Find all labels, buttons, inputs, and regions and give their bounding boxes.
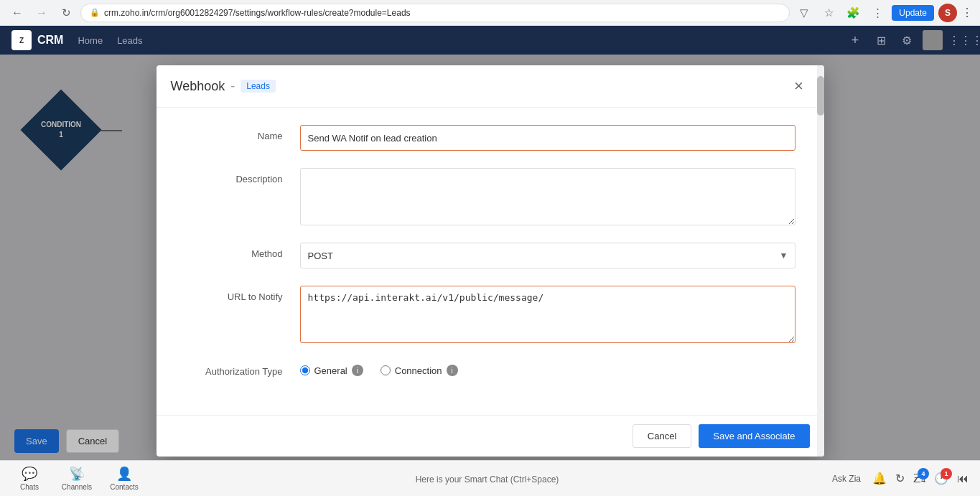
modal-overlay: Webhook - Leads × Name bbox=[0, 55, 980, 460]
chats-icon: 💬 bbox=[22, 466, 37, 482]
description-label: Description bbox=[185, 168, 300, 184]
layout-icon[interactable]: ⊞ bbox=[871, 30, 891, 50]
channels-label: Channels bbox=[62, 483, 92, 491]
auth-general-radio[interactable] bbox=[300, 365, 310, 375]
method-label: Method bbox=[185, 243, 300, 259]
nav-leads[interactable]: Leads bbox=[117, 35, 142, 46]
ask-zia-button[interactable]: Ask Zia bbox=[832, 474, 861, 484]
bottom-bar: 💬 Chats 📡 Channels 👤 Contacts Here is yo… bbox=[0, 460, 980, 496]
refresh-button[interactable]: ↻ bbox=[56, 3, 76, 23]
name-row: Name bbox=[185, 125, 795, 154]
name-input[interactable] bbox=[300, 125, 795, 151]
crm-logo: Z CRM bbox=[11, 30, 63, 50]
browser-chrome: ← → ↻ 🔒 crm.zoho.in/crm/org60012824297/s… bbox=[0, 0, 980, 26]
bookmark-button[interactable]: ☆ bbox=[818, 3, 839, 23]
avatar[interactable]: S bbox=[938, 4, 957, 22]
name-label: Name bbox=[185, 125, 300, 141]
modal-close-button[interactable]: × bbox=[788, 75, 810, 97]
description-input[interactable] bbox=[300, 168, 795, 225]
auth-row: Authorization Type General i Connection … bbox=[185, 360, 795, 389]
crm-brand-text: CRM bbox=[37, 34, 63, 47]
chrome-menu-button[interactable]: ⋮ bbox=[961, 6, 973, 19]
url-row: URL to Notify https://api.interakt.ai/v1… bbox=[185, 286, 795, 346]
smart-chat-text: Here is your Smart Chat (Ctrl+Space) bbox=[416, 474, 559, 485]
method-row: Method GET POST PUT PATCH DELETE ▼ bbox=[185, 243, 795, 271]
badge-1: 1 bbox=[941, 468, 952, 479]
address-bar[interactable]: 🔒 crm.zoho.in/crm/org60012824297/setting… bbox=[80, 4, 790, 22]
notification-icon[interactable]: 🔔 bbox=[872, 472, 887, 485]
webhook-modal: Webhook - Leads × Name bbox=[157, 65, 824, 457]
forward-button[interactable]: → bbox=[32, 3, 52, 23]
name-control bbox=[300, 125, 795, 151]
bottom-tab-chats[interactable]: 💬 Chats bbox=[11, 466, 47, 491]
bottom-tab-channels[interactable]: 📡 Channels bbox=[59, 466, 95, 491]
main-canvas: CONDITION 1 Webhook - Leads × bbox=[0, 55, 980, 460]
ask-zia-label: Ask Zia bbox=[832, 474, 861, 484]
settings-icon[interactable]: ⚙ bbox=[897, 30, 917, 50]
chats-label: Chats bbox=[20, 483, 39, 491]
connection-info-icon[interactable]: i bbox=[447, 365, 458, 376]
address-text: crm.zoho.in/crm/org60012824297/settings/… bbox=[104, 8, 411, 18]
general-info-icon[interactable]: i bbox=[352, 365, 363, 376]
cancel-button[interactable]: Cancel bbox=[633, 424, 691, 448]
bottom-tab-contacts[interactable]: 👤 Contacts bbox=[106, 466, 142, 491]
modal-footer: Cancel Save and Associate bbox=[157, 415, 824, 457]
badge-4: 4 bbox=[918, 468, 929, 479]
history-icon[interactable]: ⏮ bbox=[957, 472, 969, 485]
nav-home[interactable]: Home bbox=[78, 35, 103, 46]
extensions-button[interactable]: ▽ bbox=[794, 3, 814, 23]
save-associate-button[interactable]: Save and Associate bbox=[699, 424, 809, 448]
modal-header: Webhook - Leads × bbox=[157, 65, 824, 108]
url-control: https://api.interakt.ai/v1/public/messag… bbox=[300, 286, 795, 346]
url-label: URL to Notify bbox=[185, 286, 300, 302]
user-avatar-rect bbox=[923, 30, 943, 50]
auth-label: Authorization Type bbox=[185, 360, 300, 377]
apps-grid-icon[interactable]: ⋮⋮⋮ bbox=[948, 30, 969, 50]
modal-scrollbar[interactable] bbox=[817, 108, 824, 415]
method-select[interactable]: GET POST PUT PATCH DELETE bbox=[300, 243, 795, 268]
zoho-icon: Z bbox=[11, 30, 32, 50]
auth-connection-radio[interactable] bbox=[381, 365, 391, 375]
menu-button[interactable]: ⋮ bbox=[867, 3, 887, 23]
auth-general-option[interactable]: General i bbox=[300, 365, 363, 376]
add-icon[interactable]: + bbox=[845, 30, 865, 50]
crm-topnav: Z CRM Home Leads + ⊞ ⚙ ⋮⋮⋮ bbox=[0, 26, 980, 55]
back-button[interactable]: ← bbox=[7, 3, 27, 23]
auth-control: General i Connection i bbox=[300, 360, 795, 376]
bottom-right-icons: 🔔 ↻ Ƶ₄ 4 🕐 1 ⏮ bbox=[872, 472, 969, 485]
smart-chat-area[interactable]: Here is your Smart Chat (Ctrl+Space) bbox=[154, 472, 821, 485]
modal-title: Webhook bbox=[171, 79, 225, 94]
crm-app: Z CRM Home Leads + ⊞ ⚙ ⋮⋮⋮ CONDITION 1 bbox=[0, 26, 980, 496]
auth-general-label: General bbox=[314, 365, 347, 376]
badge-icon-2[interactable]: 🕐 1 bbox=[934, 472, 948, 485]
modal-badge: Leads bbox=[241, 80, 276, 93]
update-button[interactable]: Update bbox=[892, 5, 934, 21]
channels-icon: 📡 bbox=[69, 466, 85, 482]
contacts-icon: 👤 bbox=[116, 466, 132, 482]
auth-connection-label: Connection bbox=[395, 365, 442, 376]
extension-icon[interactable]: 🧩 bbox=[843, 3, 863, 23]
modal-body: Name Description Method bbox=[157, 108, 824, 415]
modal-dash: - bbox=[230, 79, 235, 94]
method-control: GET POST PUT PATCH DELETE ▼ bbox=[300, 243, 795, 268]
description-control bbox=[300, 168, 795, 228]
contacts-label: Contacts bbox=[110, 483, 138, 491]
refresh-icon[interactable]: ↻ bbox=[895, 472, 905, 485]
description-row: Description bbox=[185, 168, 795, 228]
url-input[interactable]: https://api.interakt.ai/v1/public/messag… bbox=[300, 286, 795, 343]
lock-icon: 🔒 bbox=[90, 8, 100, 17]
auth-connection-option[interactable]: Connection i bbox=[381, 365, 458, 376]
modal-scrollbar-thumb bbox=[817, 108, 824, 116]
badge-icon-1[interactable]: Ƶ₄ 4 bbox=[913, 472, 925, 485]
crm-topnav-right: + ⊞ ⚙ ⋮⋮⋮ bbox=[845, 30, 969, 50]
